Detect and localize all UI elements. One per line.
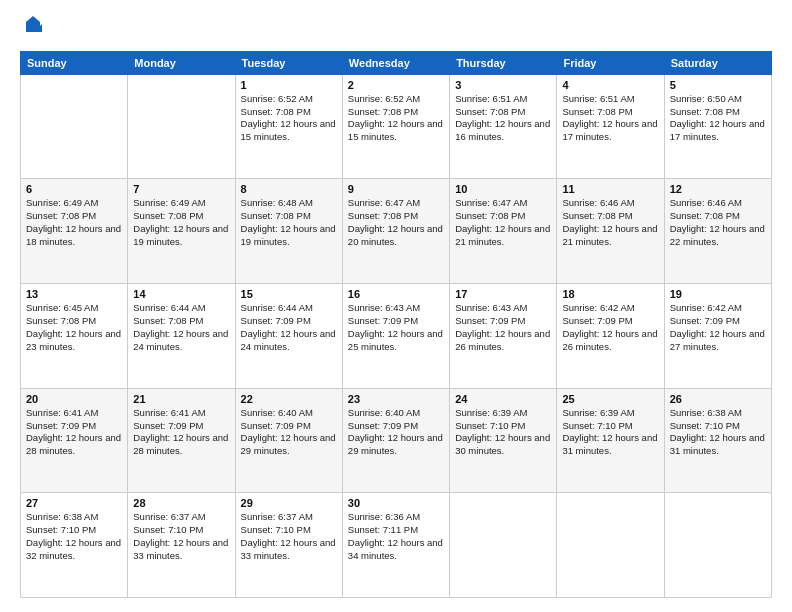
calendar-cell: 3Sunrise: 6:51 AM Sunset: 7:08 PM Daylig… (450, 74, 557, 179)
calendar-week-row: 20Sunrise: 6:41 AM Sunset: 7:09 PM Dayli… (21, 388, 772, 493)
day-info: Sunrise: 6:41 AM Sunset: 7:09 PM Dayligh… (133, 407, 229, 458)
day-header-tuesday: Tuesday (235, 51, 342, 74)
day-number: 24 (455, 393, 551, 405)
calendar-cell: 30Sunrise: 6:36 AM Sunset: 7:11 PM Dayli… (342, 493, 449, 598)
day-number: 28 (133, 497, 229, 509)
calendar-cell: 6Sunrise: 6:49 AM Sunset: 7:08 PM Daylig… (21, 179, 128, 284)
calendar-cell: 13Sunrise: 6:45 AM Sunset: 7:08 PM Dayli… (21, 284, 128, 389)
day-number: 10 (455, 183, 551, 195)
calendar-week-row: 13Sunrise: 6:45 AM Sunset: 7:08 PM Dayli… (21, 284, 772, 389)
day-number: 18 (562, 288, 658, 300)
calendar-cell: 28Sunrise: 6:37 AM Sunset: 7:10 PM Dayli… (128, 493, 235, 598)
day-number: 26 (670, 393, 766, 405)
day-header-wednesday: Wednesday (342, 51, 449, 74)
day-info: Sunrise: 6:39 AM Sunset: 7:10 PM Dayligh… (562, 407, 658, 458)
day-number: 13 (26, 288, 122, 300)
calendar-cell: 11Sunrise: 6:46 AM Sunset: 7:08 PM Dayli… (557, 179, 664, 284)
day-info: Sunrise: 6:52 AM Sunset: 7:08 PM Dayligh… (241, 93, 337, 144)
logo-icon (22, 14, 44, 36)
calendar-week-row: 1Sunrise: 6:52 AM Sunset: 7:08 PM Daylig… (21, 74, 772, 179)
calendar-cell: 23Sunrise: 6:40 AM Sunset: 7:09 PM Dayli… (342, 388, 449, 493)
day-info: Sunrise: 6:52 AM Sunset: 7:08 PM Dayligh… (348, 93, 444, 144)
day-info: Sunrise: 6:49 AM Sunset: 7:08 PM Dayligh… (26, 197, 122, 248)
calendar-cell: 4Sunrise: 6:51 AM Sunset: 7:08 PM Daylig… (557, 74, 664, 179)
day-info: Sunrise: 6:51 AM Sunset: 7:08 PM Dayligh… (455, 93, 551, 144)
day-header-sunday: Sunday (21, 51, 128, 74)
day-info: Sunrise: 6:44 AM Sunset: 7:09 PM Dayligh… (241, 302, 337, 353)
calendar-header-row: SundayMondayTuesdayWednesdayThursdayFrid… (21, 51, 772, 74)
day-number: 21 (133, 393, 229, 405)
day-header-monday: Monday (128, 51, 235, 74)
calendar-cell: 8Sunrise: 6:48 AM Sunset: 7:08 PM Daylig… (235, 179, 342, 284)
day-number: 22 (241, 393, 337, 405)
day-info: Sunrise: 6:38 AM Sunset: 7:10 PM Dayligh… (26, 511, 122, 562)
day-number: 5 (670, 79, 766, 91)
day-number: 7 (133, 183, 229, 195)
day-info: Sunrise: 6:48 AM Sunset: 7:08 PM Dayligh… (241, 197, 337, 248)
calendar-week-row: 6Sunrise: 6:49 AM Sunset: 7:08 PM Daylig… (21, 179, 772, 284)
day-header-saturday: Saturday (664, 51, 771, 74)
calendar-cell: 5Sunrise: 6:50 AM Sunset: 7:08 PM Daylig… (664, 74, 771, 179)
day-header-thursday: Thursday (450, 51, 557, 74)
day-info: Sunrise: 6:41 AM Sunset: 7:09 PM Dayligh… (26, 407, 122, 458)
calendar-cell: 14Sunrise: 6:44 AM Sunset: 7:08 PM Dayli… (128, 284, 235, 389)
day-info: Sunrise: 6:37 AM Sunset: 7:10 PM Dayligh… (133, 511, 229, 562)
calendar-cell (664, 493, 771, 598)
calendar-table: SundayMondayTuesdayWednesdayThursdayFrid… (20, 51, 772, 598)
calendar-cell: 7Sunrise: 6:49 AM Sunset: 7:08 PM Daylig… (128, 179, 235, 284)
day-info: Sunrise: 6:43 AM Sunset: 7:09 PM Dayligh… (348, 302, 444, 353)
logo-text (20, 18, 44, 41)
calendar-cell: 21Sunrise: 6:41 AM Sunset: 7:09 PM Dayli… (128, 388, 235, 493)
page: SundayMondayTuesdayWednesdayThursdayFrid… (0, 0, 792, 612)
calendar-cell: 12Sunrise: 6:46 AM Sunset: 7:08 PM Dayli… (664, 179, 771, 284)
day-number: 23 (348, 393, 444, 405)
day-number: 9 (348, 183, 444, 195)
calendar-cell: 24Sunrise: 6:39 AM Sunset: 7:10 PM Dayli… (450, 388, 557, 493)
day-info: Sunrise: 6:39 AM Sunset: 7:10 PM Dayligh… (455, 407, 551, 458)
header (20, 18, 772, 41)
calendar-cell: 27Sunrise: 6:38 AM Sunset: 7:10 PM Dayli… (21, 493, 128, 598)
day-number: 16 (348, 288, 444, 300)
day-number: 17 (455, 288, 551, 300)
day-number: 29 (241, 497, 337, 509)
day-number: 20 (26, 393, 122, 405)
day-info: Sunrise: 6:44 AM Sunset: 7:08 PM Dayligh… (133, 302, 229, 353)
day-number: 3 (455, 79, 551, 91)
calendar-cell (450, 493, 557, 598)
day-number: 6 (26, 183, 122, 195)
day-number: 11 (562, 183, 658, 195)
day-info: Sunrise: 6:49 AM Sunset: 7:08 PM Dayligh… (133, 197, 229, 248)
day-number: 1 (241, 79, 337, 91)
day-number: 25 (562, 393, 658, 405)
calendar-cell: 18Sunrise: 6:42 AM Sunset: 7:09 PM Dayli… (557, 284, 664, 389)
day-info: Sunrise: 6:36 AM Sunset: 7:11 PM Dayligh… (348, 511, 444, 562)
day-info: Sunrise: 6:47 AM Sunset: 7:08 PM Dayligh… (348, 197, 444, 248)
logo-general-text (20, 18, 44, 41)
calendar-cell: 25Sunrise: 6:39 AM Sunset: 7:10 PM Dayli… (557, 388, 664, 493)
day-info: Sunrise: 6:42 AM Sunset: 7:09 PM Dayligh… (670, 302, 766, 353)
day-info: Sunrise: 6:40 AM Sunset: 7:09 PM Dayligh… (348, 407, 444, 458)
calendar-cell: 10Sunrise: 6:47 AM Sunset: 7:08 PM Dayli… (450, 179, 557, 284)
day-info: Sunrise: 6:38 AM Sunset: 7:10 PM Dayligh… (670, 407, 766, 458)
day-info: Sunrise: 6:51 AM Sunset: 7:08 PM Dayligh… (562, 93, 658, 144)
day-number: 2 (348, 79, 444, 91)
day-number: 27 (26, 497, 122, 509)
calendar-week-row: 27Sunrise: 6:38 AM Sunset: 7:10 PM Dayli… (21, 493, 772, 598)
calendar-cell: 20Sunrise: 6:41 AM Sunset: 7:09 PM Dayli… (21, 388, 128, 493)
day-number: 19 (670, 288, 766, 300)
day-number: 30 (348, 497, 444, 509)
day-number: 14 (133, 288, 229, 300)
calendar-cell (557, 493, 664, 598)
day-info: Sunrise: 6:37 AM Sunset: 7:10 PM Dayligh… (241, 511, 337, 562)
day-info: Sunrise: 6:46 AM Sunset: 7:08 PM Dayligh… (562, 197, 658, 248)
calendar-cell (128, 74, 235, 179)
day-number: 15 (241, 288, 337, 300)
calendar-cell: 19Sunrise: 6:42 AM Sunset: 7:09 PM Dayli… (664, 284, 771, 389)
calendar-cell: 1Sunrise: 6:52 AM Sunset: 7:08 PM Daylig… (235, 74, 342, 179)
calendar-cell: 15Sunrise: 6:44 AM Sunset: 7:09 PM Dayli… (235, 284, 342, 389)
day-info: Sunrise: 6:45 AM Sunset: 7:08 PM Dayligh… (26, 302, 122, 353)
calendar-cell (21, 74, 128, 179)
calendar-cell: 29Sunrise: 6:37 AM Sunset: 7:10 PM Dayli… (235, 493, 342, 598)
calendar-cell: 2Sunrise: 6:52 AM Sunset: 7:08 PM Daylig… (342, 74, 449, 179)
day-info: Sunrise: 6:42 AM Sunset: 7:09 PM Dayligh… (562, 302, 658, 353)
